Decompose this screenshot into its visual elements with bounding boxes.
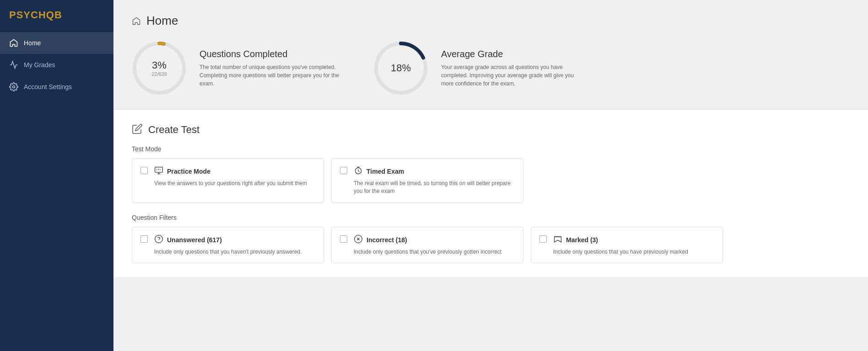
incorrect-title: Incorrect (18)	[367, 236, 407, 244]
sidebar: PSYCHQB Home My Grades	[0, 0, 113, 351]
sidebar-item-my-grades[interactable]: My Grades	[0, 54, 113, 76]
unanswered-title: Unanswered (617)	[167, 236, 222, 244]
brand-name-part2: QB	[46, 9, 62, 21]
practice-mode-desc: View the answers to your questions right…	[154, 180, 315, 187]
sidebar-item-account-label: Account Settings	[24, 83, 72, 90]
filter-incorrect-card[interactable]: Incorrect (18) Include only questions th…	[331, 227, 523, 264]
incorrect-checkbox[interactable]	[340, 235, 347, 243]
circle-average-grade: 18%	[373, 41, 428, 96]
sidebar-item-home[interactable]: Home	[0, 32, 113, 54]
filter-unanswered-card[interactable]: Unanswered (617) Include only questions …	[132, 227, 324, 264]
question-filters-label: Question Filters	[132, 214, 850, 221]
svg-point-14	[155, 235, 163, 243]
sidebar-item-grades-label: My Grades	[24, 61, 55, 69]
stats-section: Home 3% 22/639 Questions Completed	[113, 0, 868, 109]
timed-exam-header: Timed Exam	[354, 166, 515, 177]
marked-desc: Include only questions that you have pre…	[553, 248, 714, 256]
stat-card-questions-completed: 3% 22/639 Questions Completed The total …	[132, 41, 346, 96]
practice-mode-icon	[154, 166, 163, 177]
sidebar-nav: Home My Grades Account Settings	[0, 32, 113, 98]
practice-mode-checkbox[interactable]	[140, 167, 148, 174]
stat-info-questions: Questions Completed The total number of …	[199, 49, 346, 88]
practice-mode-header: Practice Mode	[154, 166, 315, 177]
grade-percent: 18%	[391, 62, 411, 74]
marked-icon	[553, 234, 562, 245]
home-header-icon	[132, 16, 141, 26]
questions-sublabel: 22/639	[151, 71, 167, 77]
grade-description: Your average grade across all questions …	[441, 63, 588, 88]
timed-exam-desc: The real exam will be timed, so turning …	[354, 180, 515, 195]
settings-icon	[9, 82, 18, 91]
marked-checkbox[interactable]	[539, 235, 547, 243]
practice-mode-title: Practice Mode	[167, 168, 210, 175]
mode-cards: Practice Mode View the answers to your q…	[132, 158, 850, 203]
incorrect-body: Incorrect (18) Include only questions th…	[354, 234, 515, 256]
svg-point-0	[13, 86, 15, 88]
main-content: Home 3% 22/639 Questions Completed	[113, 0, 868, 351]
unanswered-body: Unanswered (617) Include only questions …	[154, 234, 315, 256]
questions-description: The total number of unique questions you…	[199, 63, 346, 88]
unanswered-desc: Include only questions that you haven't …	[154, 248, 315, 256]
timed-exam-card[interactable]: Timed Exam The real exam will be timed, …	[331, 158, 523, 203]
filter-marked-card[interactable]: Marked (3) Include only questions that y…	[531, 227, 723, 264]
marked-body: Marked (3) Include only questions that y…	[553, 234, 714, 256]
unanswered-icon	[154, 234, 163, 245]
timed-exam-checkbox[interactable]	[340, 167, 347, 174]
create-test-section: Create Test Test Mode	[113, 109, 868, 277]
marked-title: Marked (3)	[566, 236, 598, 244]
incorrect-desc: Include only questions that you've previ…	[354, 248, 515, 256]
create-test-title: Create Test	[148, 124, 199, 136]
stats-row: 3% 22/639 Questions Completed The total …	[132, 41, 850, 96]
timed-exam-icon	[354, 166, 363, 177]
page-header: Home	[132, 14, 850, 28]
svg-marker-19	[555, 237, 561, 242]
questions-percent: 3%	[151, 59, 167, 71]
incorrect-header: Incorrect (18)	[354, 234, 515, 245]
stat-card-average-grade: 18% Average Grade Your average grade acr…	[373, 41, 588, 96]
filter-cards: Unanswered (617) Include only questions …	[132, 227, 850, 264]
unanswered-header: Unanswered (617)	[154, 234, 315, 245]
marked-header: Marked (3)	[553, 234, 714, 245]
test-mode-label: Test Mode	[132, 145, 850, 153]
questions-title: Questions Completed	[199, 49, 346, 59]
brand-name-part1: PSYCH	[9, 9, 46, 21]
practice-mode-body: Practice Mode View the answers to your q…	[154, 166, 315, 187]
brand-logo: PSYCHQB	[0, 0, 113, 32]
sidebar-item-home-label: Home	[24, 39, 41, 47]
timed-exam-title: Timed Exam	[367, 168, 404, 175]
circle-questions-completed: 3% 22/639	[132, 41, 187, 96]
grades-icon	[9, 60, 18, 69]
grade-title: Average Grade	[441, 49, 588, 59]
practice-mode-card[interactable]: Practice Mode View the answers to your q…	[132, 158, 324, 203]
page-title: Home	[146, 14, 178, 28]
home-icon	[9, 38, 18, 48]
create-test-header: Create Test	[132, 123, 850, 136]
sidebar-item-account-settings[interactable]: Account Settings	[0, 76, 113, 98]
incorrect-icon	[354, 234, 363, 245]
timed-exam-body: Timed Exam The real exam will be timed, …	[354, 166, 515, 195]
create-test-icon	[132, 123, 143, 136]
unanswered-checkbox[interactable]	[140, 235, 148, 243]
stat-info-grade: Average Grade Your average grade across …	[441, 49, 588, 88]
